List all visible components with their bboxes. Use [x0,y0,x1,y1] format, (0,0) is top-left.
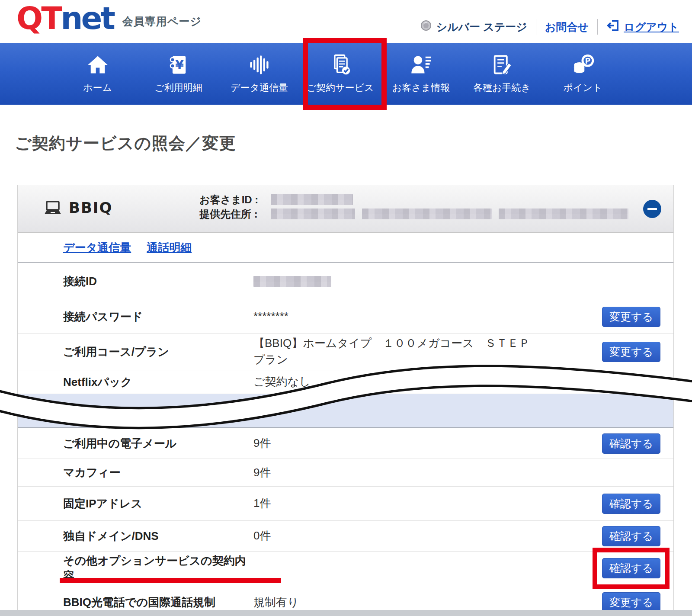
nav-item-label: ご契約サービス [306,81,374,94]
row-label: 接続パスワード [63,309,253,324]
change-button[interactable]: 変更する [602,342,660,362]
row-value: ご契約なし [253,374,311,390]
confirm-button[interactable]: 確認する [602,558,660,578]
row-button-wrap: 変更する [602,342,660,362]
stage-label: シルバー ステージ [436,20,527,34]
change-button[interactable]: 変更する [602,307,660,327]
nav-item-data-usage[interactable]: データ通信量 [219,43,300,105]
logout-label: ログアウト [624,20,679,34]
nav-item-label: 各種お手続き [473,81,531,94]
table-row: その他オプションサービスの契約内容 確認する [18,551,673,585]
customer-id-line: お客さまID : [199,192,628,207]
nav-item-label: ホーム [83,81,112,94]
address-label: 提供先住所 : [199,207,271,221]
header-divider [536,19,536,35]
confirm-button[interactable]: 確認する [602,433,660,454]
nav-item-label: ご利用明細 [154,81,202,94]
row-button-wrap: 確認する [602,494,660,514]
row-button-wrap: 確認する [602,526,660,546]
data-usage-icon [248,54,271,76]
contract-services-icon [329,54,352,76]
table-row: 接続パスワード ******** 変更する [18,300,673,333]
logo-qt: QT [16,0,61,36]
main-nav: ホーム ¥ ご利用明細 データ通信量 ご契約サービス お客さま情報 [0,43,692,105]
table-row: 独自ドメイン/DNS 0件 確認する [18,520,673,551]
row-value: 0件 [253,528,271,544]
row-label: Netflixパック [63,375,253,390]
qtnet-member-page: QTnet 会員専用ページ シルバー ステージ お問合せ ログアウト [0,0,692,616]
customer-id-redacted [271,194,353,205]
service-name: BBIQ [69,199,112,216]
confirm-button[interactable]: 確認する [602,494,660,514]
table-row: Netflixパック ご契約なし [18,370,673,394]
row-value: 【BBIQ】ホームタイプ １００メガコース ＳＴＥＰプラン [253,335,530,368]
bbiq-service-panel: BBIQ お客さまID : 提供先住所 : データ通信量 [17,185,674,616]
row-label: 接続ID [63,274,253,289]
row-label: 固定IPアドレス [63,496,253,511]
address-redacted-segment [271,209,355,219]
panel-rows: 接続ID 接続パスワード ******** 変更する ご利用コース/プラン 【B… [18,263,673,616]
nav-item-contract-services[interactable]: ご契約サービス [300,43,381,105]
nav-item-customer-info[interactable]: お客さま情報 [381,43,461,105]
customer-info-icon [410,54,432,76]
top-header: QTnet 会員専用ページ シルバー ステージ お問合せ ログアウト [0,0,692,43]
nav-item-label: データ通信量 [231,81,288,94]
confirm-button[interactable]: 確認する [602,526,660,546]
spacer-row [18,394,673,427]
customer-id-label: お客さまID : [199,193,271,207]
table-row: マカフィー 9件 [18,459,673,486]
member-page-subtitle: 会員専用ページ [122,14,202,29]
nav-item-label: ポイント [563,81,602,94]
row-label: 独自ドメイン/DNS [63,529,253,544]
svg-text:¥: ¥ [175,58,184,72]
procedures-icon [491,54,513,76]
address-redacted-segment [499,209,628,219]
qtnet-logo-text: QTnet [16,3,114,33]
row-label: ご利用コース/プラン [63,344,253,359]
nav-item-procedures[interactable]: 各種お手続き [461,43,542,105]
nav-item-label: お客さま情報 [392,81,450,94]
address-redacted [271,209,628,219]
page-bottom-strip [0,610,692,616]
row-button-wrap: 確認する [602,433,660,454]
row-label: ご利用中の電子メール [63,436,253,451]
change-button[interactable]: 変更する [602,592,660,613]
table-row: 固定IPアドレス 1件 確認する [18,486,673,520]
table-row: ご利用コース/プラン 【BBIQ】ホームタイプ １００メガコース ＳＴＥＰプラン… [18,333,673,370]
stage-status: シルバー ステージ [420,20,527,34]
page-title: ご契約サービスの照会／変更 [15,132,692,154]
row-label: その他オプションサービスの契約内容 [63,553,253,584]
table-row: ご利用中の電子メール 9件 確認する [18,427,673,459]
points-icon: P [572,54,594,76]
row-value: 9件 [253,465,271,481]
laptop-icon [43,201,63,218]
svg-text:P: P [585,57,590,65]
row-value: ******** [253,308,288,325]
home-icon [86,54,109,76]
address-redacted-segment [362,209,492,219]
header-divider [597,19,598,35]
row-button-wrap: 変更する [602,592,660,613]
nav-item-points[interactable]: P ポイント [542,43,623,105]
data-usage-link[interactable]: データ通信量 [63,240,131,255]
call-details-link[interactable]: 通話明細 [147,240,192,255]
logout-icon [606,19,619,35]
header-utility-bar: シルバー ステージ お問合せ ログアウト [420,19,679,35]
row-label: BBIQ光電話での国際通話規制 [63,595,253,610]
logo-net: net [61,0,114,36]
billing-statement-icon: ¥ [167,54,190,76]
collapse-panel-button[interactable] [643,200,661,218]
logout-link[interactable]: ログアウト [606,19,679,35]
qtnet-logo: QTnet 会員専用ページ [16,3,202,33]
table-row: 接続ID [18,263,673,300]
nav-item-billing[interactable]: ¥ ご利用明細 [138,43,219,105]
row-button-wrap: 変更する [602,307,660,327]
customer-info-block: お客さまID : 提供先住所 : [199,192,628,221]
silver-medal-icon [420,20,432,34]
nav-item-home[interactable]: ホーム [57,43,138,105]
row-value: 9件 [253,435,271,452]
address-line: 提供先住所 : [199,207,628,221]
row-value-redacted [253,276,331,287]
contact-link[interactable]: お問合せ [545,20,589,34]
panel-links-row: データ通信量 通話明細 [18,233,673,263]
